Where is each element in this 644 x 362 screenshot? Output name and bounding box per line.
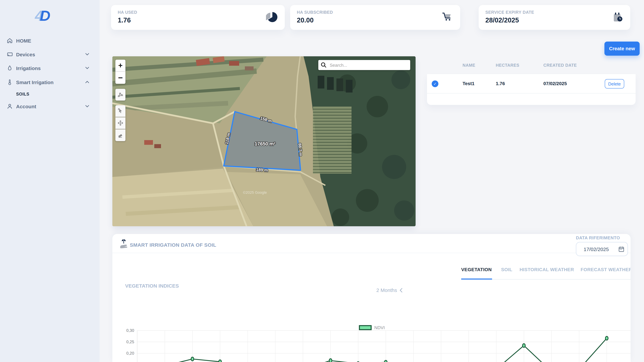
stat-card-label: SERVICE EXPIRY DATE	[485, 10, 534, 15]
sidebar-item-label: Account	[16, 103, 36, 109]
map-search	[318, 60, 410, 70]
date-riferimento-field	[576, 242, 628, 256]
svg-text:0,20: 0,20	[126, 351, 134, 356]
logo-D: D	[40, 7, 49, 24]
sidebar: 4D HOME Devices Irrigations Smart Irriga…	[0, 0, 100, 362]
stat-card-value: 1.76	[118, 16, 131, 24]
sidebar-item-irrigations[interactable]: Irrigations	[0, 62, 100, 74]
sidebar-item-devices[interactable]: Devices	[0, 49, 100, 60]
tab-forecast-weather[interactable]: FORECAST WEATHER	[580, 267, 630, 272]
account-icon	[6, 103, 13, 110]
column-header-name: NAME	[462, 63, 475, 68]
map-imagery: 158 m 118 m 88.7 m 189 m 17650 m²	[112, 56, 416, 226]
move-icon	[117, 120, 124, 126]
section-title: VEGETATION INDICES	[125, 283, 179, 289]
map-zoom-in-button[interactable]: +	[116, 60, 126, 72]
cell-hectares: 1.76	[496, 81, 505, 86]
ndvi-line-chart: 0,300,250,20	[112, 234, 630, 362]
range-label: 2 Months	[376, 287, 397, 293]
row-checkbox-checked[interactable]: ✓	[432, 80, 438, 87]
sidebar-item-label: Irrigations	[16, 65, 41, 71]
stat-card-ha-used: HA USED 1.76	[111, 5, 285, 30]
table-row[interactable]: ✓ Test1 1.76 07/02/2025 Delete	[427, 74, 636, 93]
map-zoom-out-button[interactable]: −	[116, 72, 126, 84]
tab-soil[interactable]: SOIL	[501, 267, 512, 272]
cell-created-date: 07/02/2025	[544, 81, 567, 86]
select-vertex-icon	[117, 108, 124, 114]
select-vertex-tool-button[interactable]	[116, 105, 126, 117]
calendar-icon[interactable]	[618, 246, 624, 252]
delete-button[interactable]: Delete	[605, 79, 624, 88]
satellite-map[interactable]: 158 m 118 m 88.7 m 189 m 17650 m² + −	[112, 56, 416, 226]
sidebar-item-label: Smart Irrigation	[16, 79, 54, 85]
erase-tool-button[interactable]	[116, 129, 126, 141]
sidebar-item-soils[interactable]: SOILS	[0, 88, 100, 100]
edge-label-bottom: 189 m	[256, 167, 268, 172]
cell-name: Test1	[462, 81, 474, 86]
home-icon	[6, 37, 13, 44]
chart-legend: NDVI	[359, 325, 385, 330]
sidebar-item-label: HOME	[16, 38, 31, 43]
column-header-hectares: HECTARES	[496, 63, 519, 68]
sidebar-item-smart-irrigation[interactable]: Smart Irrigation	[0, 76, 100, 88]
panel-title: SMART IRRIGATION DATA OF SOIL	[130, 242, 216, 248]
divider	[112, 253, 630, 253]
soil-data-panel: 0,300,250,20 SMART IRRIGATION DATA OF SO…	[112, 234, 630, 362]
range-selector[interactable]: 2 Months	[376, 287, 402, 293]
stat-card-label: HA USED	[118, 10, 137, 15]
polygon-draw-icon	[117, 91, 124, 98]
svg-text:0,25: 0,25	[126, 340, 134, 344]
stat-card-value: 20.00	[297, 16, 314, 24]
stat-card-service-expiry: SERVICE EXPIRY DATE 28/02/2025	[479, 5, 630, 30]
chevron-down-icon	[85, 67, 89, 69]
devices-icon	[6, 51, 13, 58]
soils-table: NAME HECTARES CREATED DATE ✓ Test1 1.76 …	[427, 57, 636, 105]
calendar-clock-icon	[612, 11, 624, 23]
chevron-left-icon	[399, 288, 402, 293]
active-tab-underline	[461, 279, 492, 280]
pie-chart-icon	[266, 11, 278, 23]
table-body: ✓ Test1 1.76 07/02/2025 Delete	[427, 74, 636, 105]
chevron-down-icon	[85, 105, 89, 108]
tab-historical-weather[interactable]: HISTORICAL WEATHER	[520, 267, 574, 272]
smart-irrigation-icon	[6, 79, 13, 85]
stat-card-value: 28/02/2025	[485, 16, 519, 24]
sidebar-item-label: Devices	[16, 51, 35, 57]
date-riferimento-label: DATA RIFERIMENTO	[576, 235, 620, 240]
area-label: 17650 m²	[254, 141, 276, 146]
sidebar-item-account[interactable]: Account	[0, 100, 100, 112]
move-tool-button[interactable]	[116, 117, 126, 129]
map-search-input[interactable]	[330, 62, 404, 67]
sidebar-item-home[interactable]: HOME	[0, 35, 100, 46]
chevron-down-icon	[85, 53, 89, 56]
app-logo: 4D	[35, 7, 49, 24]
irrigations-icon	[6, 65, 13, 71]
eraser-icon	[117, 132, 124, 139]
ndvi-legend-swatch	[359, 325, 372, 330]
stat-card-ha-subscribed: HA SUBSCRIBED 20.00	[290, 5, 460, 30]
tab-vegetation[interactable]: VEGETATION	[461, 267, 492, 272]
sidebar-item-label: SOILS	[16, 92, 29, 96]
date-input[interactable]	[584, 242, 617, 256]
column-header-created-date: CREATED DATE	[544, 63, 577, 68]
polygon-draw-tool-button[interactable]	[116, 89, 126, 100]
app-viewport: 4D HOME Devices Irrigations Smart Irriga…	[0, 0, 644, 362]
svg-text:0,30: 0,30	[126, 328, 134, 333]
stat-card-label: HA SUBSCRIBED	[297, 10, 333, 15]
chevron-up-icon	[85, 81, 89, 83]
search-icon	[320, 62, 327, 68]
hand-plant-icon	[118, 238, 129, 250]
ndvi-legend-label: NDVI	[374, 325, 385, 330]
create-new-button[interactable]: Create new	[604, 41, 640, 56]
cart-icon	[442, 11, 454, 23]
